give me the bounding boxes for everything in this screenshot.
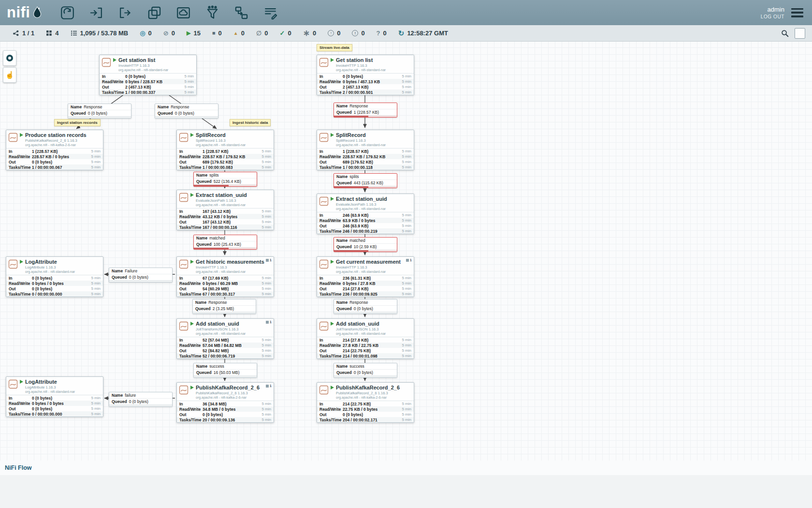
processor-get-current-measurement[interactable]: 1 Get current measurement InvokeHTTP 1.1… — [317, 256, 414, 297]
flow-canvas[interactable]: ☝ Ingest station recordsIngest historic … — [0, 0, 812, 475]
template-tool-button[interactable] — [232, 3, 251, 22]
canvas-label[interactable]: Ingest historic data — [230, 119, 271, 126]
connection-name-value: Failure — [125, 269, 137, 273]
stat-value: 0 / 00:00:00.000 — [32, 292, 91, 297]
processor-tool-button[interactable] — [58, 3, 77, 22]
connection-success-right[interactable]: Name success Queued 0 (0 bytes) — [334, 363, 397, 378]
stat-window: 5 min — [261, 154, 271, 159]
running-status: ▶ 15 — [187, 30, 201, 37]
connection-queued-key: Queued — [336, 180, 352, 185]
processor-icon — [179, 259, 188, 269]
processor-bundle: org.apache.nifi - nifi-standard-nar — [336, 68, 386, 72]
stale-status: ↑ 0 — [328, 30, 340, 37]
processor-add-station-uuid-left[interactable]: 1 Add station_uuid JoltTransformJSON 1.1… — [176, 318, 274, 359]
operate-palette-button[interactable]: ☝ — [3, 67, 16, 83]
connection-queued-key: Queued — [112, 399, 127, 404]
navigate-palette-button[interactable] — [3, 50, 16, 66]
processor-get-historic-measurements[interactable]: 1 Get historic measurements InvokeHTTP 1… — [176, 256, 274, 297]
search-button[interactable] — [780, 29, 790, 38]
connection-success-left[interactable]: Name success Queued 16 (50.03 MB) — [193, 363, 257, 378]
processor-get-station-list-right[interactable]: Get station list InvokeHTTP 1.16.3 org.a… — [317, 55, 414, 95]
process-group-tool-button[interactable] — [145, 3, 164, 22]
label-tool-button[interactable] — [261, 3, 280, 22]
stat-window: 5 min — [261, 214, 271, 219]
stat-row: Read/Write 43.12 KB / 0 bytes 5 min — [177, 214, 274, 219]
processor-icon — [319, 259, 329, 269]
processor-get-station-list-left[interactable]: Get station list InvokeHTTP 1.16.3 org.a… — [99, 55, 197, 95]
stat-window: 5 min — [402, 224, 411, 228]
processor-stats: In 246 (63.9 KB) 5 min Read/Write 63.9 K… — [317, 212, 414, 234]
processor-publish-kafka-left[interactable]: 1 PublishKafkaRecord_2_6 PublishKafkaRec… — [176, 382, 274, 423]
logout-link[interactable]: LOG OUT — [761, 14, 784, 19]
canvas-label[interactable]: Ingest station records — [54, 119, 101, 126]
stat-row: Out 52 (84.82 MB) 5 min — [177, 348, 274, 353]
processor-title: Get station list — [118, 57, 155, 63]
status-bar: 1 / 1 4 1,095 / 53.78 MB ◎ 0 ⊘ 0 ▶ 15 — [0, 25, 812, 42]
stat-value: 2 / 00:00:00.501 — [343, 90, 402, 95]
funnel-tool-button[interactable] — [203, 3, 222, 22]
processor-log-attribute-top[interactable]: LogAttribute LogAttribute 1.16.3 org.apa… — [6, 256, 103, 297]
stat-window: 5 min — [91, 401, 101, 405]
processor-publish-kafka-right[interactable]: PublishKafkaRecord_2_6 PublishKafkaRecor… — [317, 382, 414, 423]
processor-split-record-left[interactable]: SplitRecord SplitRecord 1.16.3 org.apach… — [176, 130, 274, 170]
not-transmitting-icon: ⊘ — [163, 30, 169, 36]
canvas-label[interactable]: Stream live-data — [317, 44, 352, 51]
stat-row: In 214 (27.8 KB) 5 min — [317, 337, 414, 343]
stat-row: Out 167 (43.12 KB) 5 min — [177, 219, 274, 224]
output-port-tool-button[interactable] — [116, 3, 135, 22]
connection-name-value: matched — [349, 238, 365, 243]
processor-split-record-right[interactable]: SplitRecord SplitRecord 1.16.3 org.apach… — [317, 130, 414, 170]
stat-window: 5 min — [261, 338, 271, 342]
stat-window: 5 min — [261, 407, 271, 411]
connection-name-value: Response — [208, 300, 227, 305]
active-threads-status: 4 — [46, 30, 58, 37]
input-port-tool-button[interactable] — [87, 3, 106, 22]
global-menu-button[interactable] — [791, 8, 803, 17]
processor-produce-station-records[interactable]: Produce station records PublishKafkaReco… — [6, 130, 103, 170]
connection-splits-left[interactable]: Name splits Queued 522 (136.4 KB) — [193, 172, 257, 187]
stat-label: Read/Write — [179, 214, 203, 219]
side-panel-toggle[interactable] — [795, 28, 805, 39]
processor-stats: In 36 (34.8 MB) 5 min Read/Write 34.8 MB… — [177, 401, 274, 422]
connection-splits-right[interactable]: Name splits Queued 443 (115.62 KB) — [334, 173, 397, 188]
stat-window: 5 min — [261, 292, 271, 296]
connection-response-live[interactable]: Name Response Queued 1 (228.57 KB) — [334, 103, 397, 118]
stat-label: Read/Write — [179, 281, 203, 286]
refresh-status[interactable]: ↻ 12:58:27 GMT — [398, 30, 448, 37]
processor-extract-station-uuid-left[interactable]: Extract station_uuid EvaluateJsonPath 1.… — [176, 190, 274, 230]
stat-label: Out — [102, 85, 125, 90]
stat-label: In — [319, 149, 343, 154]
breadcrumb[interactable]: NiFi Flow — [5, 464, 32, 471]
stat-value: 167 (43.12 KB) — [203, 209, 261, 214]
connection-name-key: Name — [336, 104, 348, 108]
remote-process-group-tool-button[interactable] — [174, 3, 193, 22]
connection-matched-left[interactable]: Name matched Queued 100 (25.43 KB) — [193, 235, 257, 250]
connection-response-historic[interactable]: Name Response Queued 2 (3.25 MB) — [192, 299, 256, 314]
connection-matched-right[interactable]: Name matched Queued 10 (2.59 KB) — [334, 237, 397, 252]
stat-window: 5 min — [261, 343, 271, 347]
stat-row: Tasks/Time 236 / 00:00:09.925 5 min — [317, 291, 414, 297]
connection-response-ingest-left[interactable]: Name Response Queued 0 (0 bytes) — [68, 104, 131, 119]
connection-response-ingest-mid[interactable]: Name Response Queued 0 (0 bytes) — [155, 104, 218, 119]
processor-log-attribute-bottom[interactable]: LogAttribute LogAttribute 1.16.3 org.apa… — [6, 376, 103, 417]
stat-value: 1 (228.57 KB) — [343, 149, 402, 154]
app-header: nifi admin LOG OUT — [0, 0, 812, 25]
stat-value: 20 / 00:00:09.136 — [203, 418, 261, 422]
stat-row: Read/Write 57.04 MB / 84.82 MB 5 min — [177, 343, 274, 348]
connection-failure-bottom[interactable]: Name failure Queued 0 (0 bytes) — [109, 392, 173, 407]
processor-extract-station-uuid-right[interactable]: Extract station_uuid EvaluateJsonPath 1.… — [317, 194, 414, 234]
stat-row: Out 0 (0 bytes) 5 min — [6, 286, 103, 291]
refresh-icon[interactable]: ↻ — [398, 30, 405, 37]
connection-failure-top[interactable]: Name Failure Queued 0 (0 bytes) — [109, 268, 173, 283]
stat-label: Read/Write — [102, 79, 125, 84]
processor-title: Add station_uuid — [196, 321, 239, 327]
connection-name-key: Name — [336, 174, 348, 179]
processor-icon — [319, 321, 329, 331]
stat-row: Out 0 (0 bytes) 5 min — [177, 412, 274, 417]
stat-value: 689 (179.52 KB) — [203, 160, 261, 164]
processor-add-station-uuid-right[interactable]: Add station_uuid JoltTransformJSON 1.16.… — [317, 318, 414, 359]
stat-window: 5 min — [402, 213, 411, 217]
stat-label: Tasks/Time — [179, 418, 203, 422]
connection-response-current[interactable]: Name Response Queued 0 (0 bytes) — [334, 299, 397, 314]
connection-queued-value: 0 (0 bytes) — [129, 399, 148, 404]
